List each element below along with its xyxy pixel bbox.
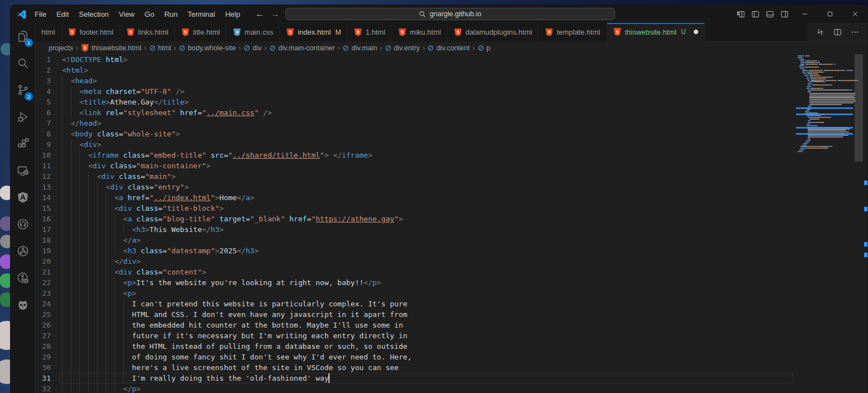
tab-footer.html[interactable]: 5footer.html bbox=[62, 23, 121, 41]
tab-miku.html[interactable]: 5miku.html bbox=[392, 23, 448, 41]
scrollbar-slider[interactable] bbox=[855, 54, 863, 162]
menu-item-file[interactable]: File bbox=[30, 10, 51, 18]
breadcrumb-item[interactable]: p bbox=[478, 44, 490, 52]
minimap-line bbox=[803, 73, 818, 74]
toggle-primary-sidebar-icon[interactable] bbox=[751, 10, 760, 19]
activity-bar: 12 bbox=[11, 23, 35, 393]
customize-layout-icon[interactable] bbox=[736, 10, 746, 19]
minimap[interactable] bbox=[796, 55, 853, 279]
code-line: 27future if it's necessary but I'm writi… bbox=[35, 330, 795, 341]
overview-ruler bbox=[864, 54, 867, 393]
minimap-line bbox=[809, 81, 826, 82]
tab-title.html[interactable]: 5title.html bbox=[175, 23, 226, 41]
tab-dalamudplugins.html[interactable]: 5dalamudplugins.html bbox=[447, 23, 538, 41]
desktop-background-strip bbox=[0, 0, 10, 393]
line-number: 16 bbox=[35, 214, 51, 224]
menu-item-terminal[interactable]: Terminal bbox=[183, 10, 220, 18]
line-content: <title>Athene.Gay</title> bbox=[51, 97, 189, 107]
code-line: 9<div> bbox=[35, 139, 795, 150]
menu-item-edit[interactable]: Edit bbox=[51, 10, 74, 18]
breadcrumb-item[interactable]: projects bbox=[49, 44, 73, 52]
breadcrumb-separator-icon: › bbox=[76, 44, 78, 52]
breadcrumb-item[interactable]: body.whole-site bbox=[179, 44, 236, 52]
source-control-icon[interactable]: 2 bbox=[11, 77, 35, 103]
code-line: 6<link rel="stylesheet" href="../main.cs… bbox=[35, 107, 795, 118]
tab-bar: html5footer.html5links.html5title.html3m… bbox=[35, 23, 867, 41]
menu-item-help[interactable]: Help bbox=[220, 10, 245, 18]
unsaved-dot-icon[interactable] bbox=[694, 30, 698, 34]
breadcrumb-item[interactable]: 5thiswebsite.html bbox=[81, 44, 141, 53]
vertical-scrollbar[interactable] bbox=[855, 54, 863, 393]
more-actions-icon[interactable] bbox=[850, 27, 860, 37]
breadcrumb-item[interactable]: div.content bbox=[427, 44, 470, 52]
minimap-line bbox=[807, 115, 821, 116]
menu-item-go[interactable]: Go bbox=[140, 10, 159, 18]
breadcrumb-label: div.entry bbox=[394, 44, 419, 52]
remote-icon[interactable] bbox=[11, 157, 35, 184]
html-symbol-icon bbox=[244, 45, 250, 51]
godot-icon[interactable] bbox=[11, 291, 35, 318]
git-graph-icon[interactable] bbox=[11, 238, 35, 264]
breadcrumb-item[interactable]: div.main bbox=[342, 44, 377, 52]
menu-item-run[interactable]: Run bbox=[159, 10, 183, 18]
line-content: </a> bbox=[51, 235, 141, 245]
html-file-icon: 5 bbox=[126, 28, 135, 37]
code-line: 28the HTML instead of pulling from a dat… bbox=[35, 341, 795, 352]
code-editor[interactable]: 1<!DOCTYPE html>2<html>3<head>4<meta cha… bbox=[35, 54, 867, 393]
minimap-line bbox=[808, 106, 812, 107]
debug-icon[interactable] bbox=[11, 103, 35, 130]
files-icon[interactable]: 1 bbox=[11, 23, 35, 50]
line-content: <div class="title-block"> bbox=[51, 203, 224, 214]
code-line: 25HTML and CSS. I don't even have any ja… bbox=[35, 309, 795, 320]
forward-arrow-icon[interactable]: → bbox=[270, 9, 280, 19]
line-content: <div class="content"> bbox=[51, 267, 206, 277]
line-content: <h3 class="datestamp">2025</h3> bbox=[51, 245, 259, 256]
line-content: <p>It's the website you're looking at ri… bbox=[51, 277, 381, 288]
angular-icon[interactable] bbox=[11, 184, 35, 211]
open-changes-icon[interactable] bbox=[815, 27, 825, 37]
line-content: <h3>This Website</h3> bbox=[51, 224, 224, 235]
tab-1.html[interactable]: 51.html bbox=[347, 23, 392, 41]
html-file-icon: 5 bbox=[286, 28, 294, 37]
minimize-button[interactable] bbox=[792, 5, 817, 23]
maximize-button[interactable] bbox=[817, 5, 842, 23]
menu-item-view[interactable]: View bbox=[114, 10, 140, 18]
minimap-line bbox=[809, 104, 842, 105]
breadcrumb-label: p bbox=[487, 44, 490, 52]
tab-index.html[interactable]: 5index.htmlM bbox=[280, 23, 347, 41]
overview-ruler-mark bbox=[864, 253, 867, 257]
search-icon[interactable] bbox=[11, 50, 35, 77]
vscode-logo-icon bbox=[17, 9, 27, 19]
search-value: gnargle.github.io bbox=[430, 10, 481, 18]
minimap-line bbox=[802, 72, 824, 73]
breadcrumb-item[interactable]: div.main-container bbox=[269, 44, 335, 52]
tab-template.html[interactable]: 5template.html bbox=[539, 23, 607, 41]
github-icon[interactable] bbox=[11, 211, 35, 238]
minimap-line bbox=[800, 60, 819, 61]
window-controls bbox=[792, 5, 867, 23]
breadcrumb-item[interactable]: div.entry bbox=[385, 44, 419, 52]
tab-links.html[interactable]: 5links.html bbox=[120, 23, 175, 41]
command-center-search[interactable]: gnargle.github.io bbox=[285, 8, 615, 20]
code-line: 2<html> bbox=[35, 65, 795, 75]
split-editor-icon[interactable] bbox=[833, 27, 842, 37]
toggle-secondary-sidebar-icon[interactable] bbox=[780, 10, 789, 19]
close-button[interactable] bbox=[842, 5, 867, 23]
code-line: 21<div class="content"> bbox=[35, 267, 795, 277]
code-line: 14<a href="../index.html">Home</a> bbox=[35, 192, 795, 203]
html-symbol-icon bbox=[149, 45, 156, 51]
minimap-line bbox=[800, 64, 836, 65]
back-arrow-icon[interactable]: ← bbox=[255, 9, 265, 19]
toggle-panel-icon[interactable] bbox=[765, 10, 775, 19]
breadcrumb-item[interactable]: html bbox=[149, 44, 171, 52]
gitlens-icon[interactable] bbox=[11, 264, 35, 291]
minimap-modified-highlight bbox=[796, 107, 853, 109]
tab-thiswebsite.html[interactable]: 5thiswebsite.htmlU bbox=[607, 23, 705, 41]
title-bar: FileEditSelectionViewGoRunTerminalHelp ←… bbox=[11, 5, 867, 23]
menu-item-selection[interactable]: Selection bbox=[74, 10, 113, 18]
minimap-line bbox=[800, 148, 828, 149]
tab-main.css[interactable]: 3main.css bbox=[227, 23, 280, 41]
breadcrumb-item[interactable]: div bbox=[244, 44, 261, 52]
tab-html[interactable]: html bbox=[35, 23, 62, 41]
extensions-icon[interactable] bbox=[11, 130, 35, 157]
